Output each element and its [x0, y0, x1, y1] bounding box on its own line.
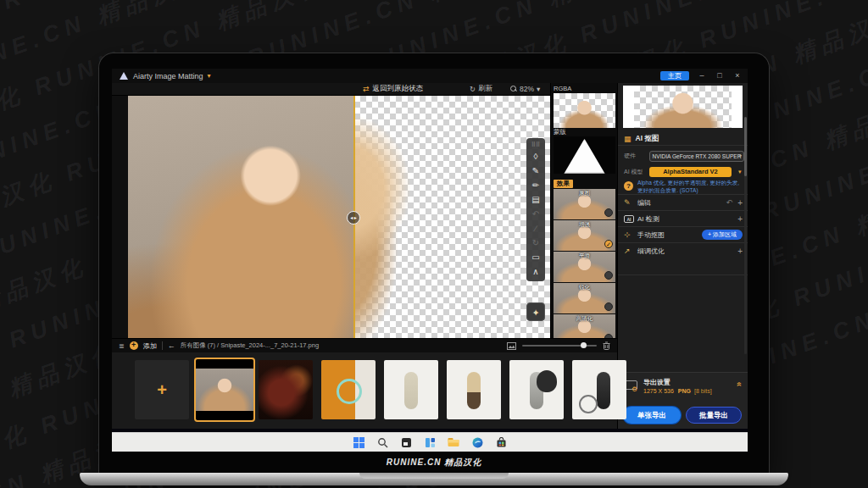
- effect-item-2[interactable]: 增强 ✓: [554, 220, 615, 251]
- minimize-button[interactable]: –: [697, 69, 707, 83]
- section-refine[interactable]: ↗ 细调优化 +: [618, 242, 748, 258]
- refresh-button[interactable]: ↻ 刷新: [470, 84, 492, 94]
- export-single-button[interactable]: 单张导出: [623, 407, 681, 424]
- compare-divider[interactable]: ◂ ▸: [353, 96, 355, 338]
- thumbnail-bicycle-wall[interactable]: [321, 360, 376, 419]
- pencil-icon[interactable]: ✎: [529, 164, 542, 178]
- brush-icon[interactable]: ✏: [529, 179, 542, 192]
- thumbnail-cyclist[interactable]: [572, 360, 626, 419]
- rgba-preview-image: [554, 93, 615, 128]
- thumbnail-selected-portrait[interactable]: [194, 358, 255, 422]
- section-edit[interactable]: ✎ 编辑 ↶ +: [618, 194, 748, 210]
- trash-icon[interactable]: [603, 341, 610, 350]
- hardware-select[interactable]: NVIDIA GeForce RTX 2080 SUPER ▾: [649, 151, 744, 162]
- thumbnail-white-outfit[interactable]: [384, 360, 438, 419]
- transparent-result: [354, 96, 550, 338]
- export-batch-button[interactable]: 批量导出: [686, 407, 742, 424]
- app-window: Aiarty Image Matting ▾ 主页 – □ × ⇄ 返回到原始状…: [112, 69, 748, 429]
- marquee-icon[interactable]: ▭: [529, 251, 542, 264]
- chevron-up-double-icon[interactable]: »: [735, 382, 744, 387]
- laptop: Aiarty Image Matting ▾ 主页 – □ × ⇄ 返回到原始状…: [98, 53, 770, 474]
- edge-browser-icon[interactable]: [471, 436, 484, 449]
- task-view-icon[interactable]: [400, 436, 413, 449]
- laptop-screen: Aiarty Image Matting ▾ 主页 – □ × ⇄ 返回到原始状…: [112, 69, 748, 452]
- windows-start-icon[interactable]: [353, 436, 365, 449]
- effect-toggle[interactable]: [604, 302, 613, 311]
- effect-item-4[interactable]: 锐化: [554, 283, 615, 313]
- scrollbar[interactable]: [744, 117, 747, 354]
- chevron-down-icon: ▾: [537, 85, 540, 93]
- hardware-row: 硬件 NVIDIA GeForce RTX 2080 SUPER ▾: [618, 149, 748, 163]
- desktop-background: RUNINE.CN 精品汉化 RUNINE.CN 精品汉化 RUNINE.CN …: [0, 0, 868, 488]
- taskbar: [112, 432, 748, 452]
- undo-icon[interactable]: ↶: [726, 198, 733, 207]
- ai-detect-icon: AI: [624, 215, 634, 223]
- chevron-down-icon[interactable]: ▾: [208, 72, 211, 80]
- eraser-icon[interactable]: ◊: [529, 150, 542, 164]
- manual-matting-icon: ⊹: [624, 230, 634, 239]
- store-icon[interactable]: [495, 436, 508, 449]
- effect-toggle[interactable]: [604, 208, 613, 217]
- plus-icon[interactable]: +: [737, 198, 743, 208]
- back-icon[interactable]: ←: [168, 341, 175, 350]
- result-preview-image: [634, 86, 732, 128]
- home-button[interactable]: 主页: [660, 71, 689, 80]
- image-canvas[interactable]: ◂ ▸: [112, 96, 550, 338]
- section-ai-detect[interactable]: AI AI 检测 +: [618, 210, 748, 226]
- refine-icon: ↗: [624, 247, 634, 255]
- laptop-notch: [359, 473, 509, 479]
- effect-item-1[interactable]: 原图: [554, 189, 615, 219]
- magic-tool-button[interactable]: ✦: [526, 302, 545, 321]
- effect-tag: 效果: [554, 180, 573, 188]
- thumbnail-beige-outfit[interactable]: [447, 360, 501, 419]
- effect-toggle-checked[interactable]: ✓: [604, 240, 613, 248]
- rgba-preview[interactable]: [554, 93, 615, 128]
- rotate-icon[interactable]: ↻: [529, 236, 542, 250]
- divider: [618, 274, 748, 275]
- compare-handle[interactable]: ◂ ▸: [347, 211, 360, 225]
- effect-item-3[interactable]: 平滑: [554, 252, 615, 282]
- widgets-icon[interactable]: [424, 436, 437, 449]
- mask-preview[interactable]: [554, 136, 615, 174]
- ai-model-select[interactable]: AlphaStandard V2: [649, 167, 732, 177]
- measure-icon[interactable]: ∕: [529, 222, 542, 236]
- chevron-down-icon: ▾: [739, 152, 742, 161]
- maximize-button[interactable]: □: [715, 69, 725, 83]
- undo-icon[interactable]: ↶: [529, 208, 542, 221]
- file-explorer-icon[interactable]: [448, 436, 460, 449]
- slider-handle[interactable]: [581, 342, 587, 348]
- thumbnail-size-icon: [507, 342, 516, 350]
- drag-handle-icon[interactable]: ⠿⠿: [529, 141, 542, 149]
- plus-icon[interactable]: +: [737, 214, 743, 224]
- roller-icon[interactable]: ▤: [529, 193, 542, 207]
- zoom-control[interactable]: 82% ▾: [510, 85, 540, 93]
- thumbnail-size-slider[interactable]: [522, 345, 597, 347]
- add-region-button[interactable]: + 添加区域: [702, 230, 743, 240]
- help-icon[interactable]: ?: [624, 181, 633, 191]
- export-format: PNG: [678, 388, 691, 394]
- thumbnail-umbrella[interactable]: [509, 360, 564, 419]
- search-icon[interactable]: [376, 436, 389, 449]
- reset-button[interactable]: ⇄ 返回到原始状态: [363, 84, 423, 94]
- close-button[interactable]: ×: [732, 69, 743, 83]
- effect-toggle[interactable]: [604, 271, 613, 280]
- effect-item-5[interactable]: 高清化: [554, 314, 615, 338]
- refresh-icon: ↻: [470, 85, 476, 93]
- collapse-panel-icon[interactable]: ≣: [119, 342, 125, 350]
- export-depth: [8 bits]: [694, 388, 712, 394]
- collapse-strip-icon[interactable]: ∧: [529, 265, 542, 279]
- laptop-base: [80, 473, 788, 485]
- mask-label: 蒙版: [554, 128, 615, 136]
- section-manual-matting[interactable]: ⊹ 手动抠图 + 添加区域: [618, 226, 748, 242]
- canvas-toolbar: ⇄ 返回到原始状态 ↻ 刷新 82% ▾: [112, 83, 550, 96]
- chevron-down-icon[interactable]: ▾: [738, 169, 742, 175]
- add-image-label[interactable]: 添加: [143, 341, 157, 351]
- preview-column: RGBA 蒙版 效果 原图 增强 ✓: [550, 83, 617, 338]
- plus-icon[interactable]: +: [737, 247, 743, 256]
- add-image-icon[interactable]: +: [130, 341, 138, 350]
- thumbnail-dark-photo[interactable]: [259, 360, 313, 419]
- titlebar: Aiarty Image Matting ▾ 主页 – □ ×: [112, 69, 748, 83]
- laptop-brand-logo: RUNINE.CN 精品汉化: [99, 457, 769, 469]
- add-image-tile[interactable]: +: [135, 360, 189, 419]
- rgba-label: RGBA: [554, 85, 615, 93]
